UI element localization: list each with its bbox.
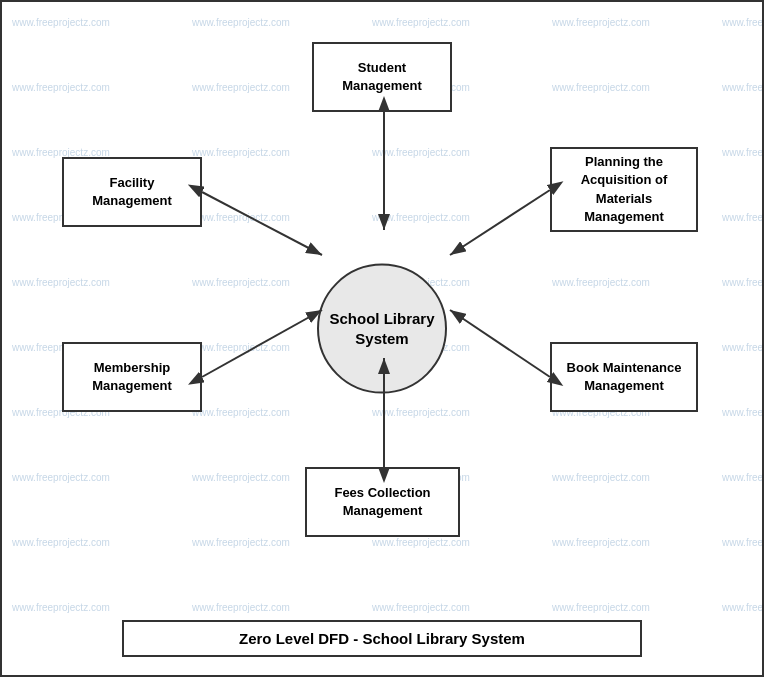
diagram: School Library System StudentManagement … bbox=[2, 2, 762, 675]
student-management-box: StudentManagement bbox=[312, 42, 452, 112]
planning-management-label: Planning theAcquisition ofMaterialsManag… bbox=[581, 153, 668, 226]
membership-management-box: MembershipManagement bbox=[62, 342, 202, 412]
book-maintenance-label: Book MaintenanceManagement bbox=[567, 359, 682, 395]
center-circle-label: School Library System bbox=[319, 309, 445, 348]
fees-collection-box: Fees CollectionManagement bbox=[305, 467, 460, 537]
facility-management-box: FacilityManagement bbox=[62, 157, 202, 227]
bottom-label: Zero Level DFD - School Library System bbox=[122, 620, 642, 657]
membership-management-label: MembershipManagement bbox=[92, 359, 171, 395]
book-maintenance-box: Book MaintenanceManagement bbox=[550, 342, 698, 412]
facility-management-label: FacilityManagement bbox=[92, 174, 171, 210]
fees-collection-label: Fees CollectionManagement bbox=[334, 484, 430, 520]
main-container: www.freeprojectz.com www.freeprojectz.co… bbox=[0, 0, 764, 677]
student-management-label: StudentManagement bbox=[342, 59, 421, 95]
center-circle: School Library System bbox=[317, 263, 447, 393]
bottom-label-text: Zero Level DFD - School Library System bbox=[239, 630, 525, 647]
planning-management-box: Planning theAcquisition ofMaterialsManag… bbox=[550, 147, 698, 232]
